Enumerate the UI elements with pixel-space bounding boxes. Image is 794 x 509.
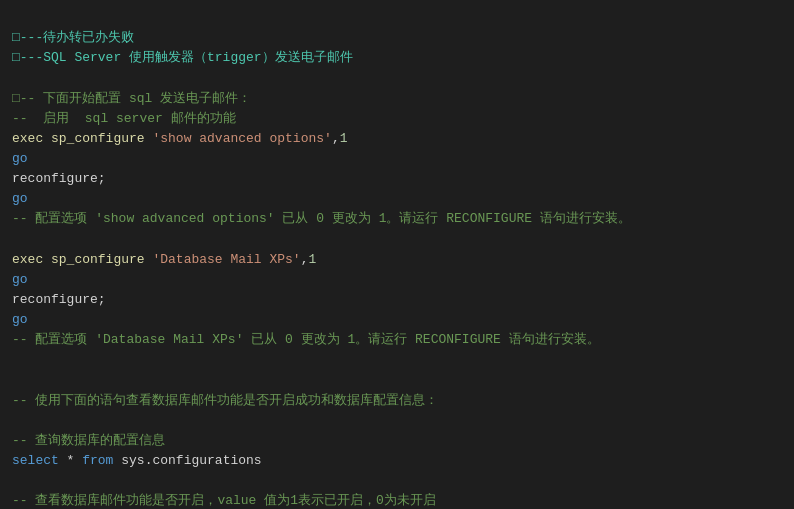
code-line xyxy=(12,68,782,88)
code-line: -- 查看数据库邮件功能是否开启，value 值为1表示已开启，0为未开启 xyxy=(12,491,782,509)
code-line: select * from sys.configurations xyxy=(12,451,782,471)
code-line: exec sp_configure 'Database Mail XPs',1 xyxy=(12,250,782,270)
code-line: reconfigure; xyxy=(12,169,782,189)
code-line: go xyxy=(12,310,782,330)
code-line: -- 启用 sql server 邮件的功能 xyxy=(12,109,782,129)
code-line: go xyxy=(12,270,782,290)
code-line: □-- 下面开始配置 sql 发送电子邮件： xyxy=(12,89,782,109)
code-editor: □---待办转已办失败□---SQL Server 使用触发器（trigger）… xyxy=(0,0,794,509)
code-line: -- 使用下面的语句查看数据库邮件功能是否开启成功和数据库配置信息： xyxy=(12,391,782,411)
code-line: □---SQL Server 使用触发器（trigger）发送电子邮件 xyxy=(12,48,782,68)
code-line xyxy=(12,230,782,250)
code-line: -- 配置选项 'Database Mail XPs' 已从 0 更改为 1。请… xyxy=(12,330,782,350)
code-line: reconfigure; xyxy=(12,290,782,310)
code-line: -- 配置选项 'show advanced options' 已从 0 更改为… xyxy=(12,209,782,229)
code-line xyxy=(12,371,782,391)
code-line: □---待办转已办失败 xyxy=(12,28,782,48)
code-line xyxy=(12,350,782,370)
code-line: -- 查询数据库的配置信息 xyxy=(12,431,782,451)
code-line: go xyxy=(12,189,782,209)
code-line xyxy=(12,411,782,431)
code-line: exec sp_configure 'show advanced options… xyxy=(12,129,782,149)
code-line xyxy=(12,471,782,491)
code-line: go xyxy=(12,149,782,169)
